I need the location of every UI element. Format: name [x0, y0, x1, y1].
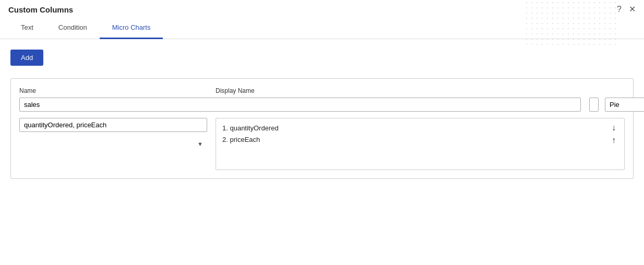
form-inputs-row: Pie Bar Line Area ▼: [19, 98, 625, 112]
form-labels-row: Name Display Name: [19, 87, 625, 94]
close-icon[interactable]: ✕: [629, 4, 636, 14]
display-name-input[interactable]: [589, 98, 599, 112]
fields-list-container: 1. quantityOrdered 2. priceEach ↓ ↑: [216, 118, 625, 170]
fields-dropdown-arrow-icon: ▼: [197, 141, 203, 147]
fields-dropdown-wrapper: quantityOrdered, priceEach ▼: [19, 118, 207, 170]
dialog-header: Custom Columns ? ✕: [0, 0, 644, 17]
list-item: 2. priceEach: [222, 134, 279, 146]
list-item: 1. quantityOrdered: [222, 123, 279, 134]
display-name-label: Display Name: [216, 87, 625, 94]
fields-list: 1. quantityOrdered 2. priceEach: [222, 123, 279, 146]
chart-type-wrapper: Pie Bar Line Area ▼: [605, 98, 644, 112]
help-icon[interactable]: ?: [617, 5, 622, 14]
add-button[interactable]: Add: [10, 50, 43, 66]
tabs-bar: Text Condition Micro Charts: [0, 17, 644, 39]
fields-select[interactable]: quantityOrdered, priceEach: [19, 118, 207, 132]
tab-condition[interactable]: Condition: [46, 17, 100, 39]
header-icons: ? ✕: [617, 4, 636, 14]
tab-text[interactable]: Text: [8, 17, 46, 39]
chart-type-select[interactable]: Pie Bar Line Area: [605, 98, 644, 112]
move-down-button[interactable]: ↓: [610, 123, 618, 133]
tab-micro-charts[interactable]: Micro Charts: [100, 17, 163, 39]
move-up-button[interactable]: ↑: [610, 135, 618, 146]
content-area: Add Name Display Name Pie Bar Line: [0, 39, 644, 189]
custom-columns-dialog: Custom Columns ? ✕ Text Condition Micro …: [0, 0, 644, 265]
name-input[interactable]: [19, 98, 581, 112]
form-second-row: quantityOrdered, priceEach ▼ 1. quantity…: [19, 118, 625, 170]
name-label: Name: [19, 87, 207, 94]
dialog-title: Custom Columns: [8, 5, 73, 14]
display-name-section: Pie Bar Line Area ▼: [589, 98, 625, 112]
form-card: Name Display Name Pie Bar Line Area: [10, 78, 634, 179]
field-order-buttons: ↓ ↑: [610, 123, 618, 146]
